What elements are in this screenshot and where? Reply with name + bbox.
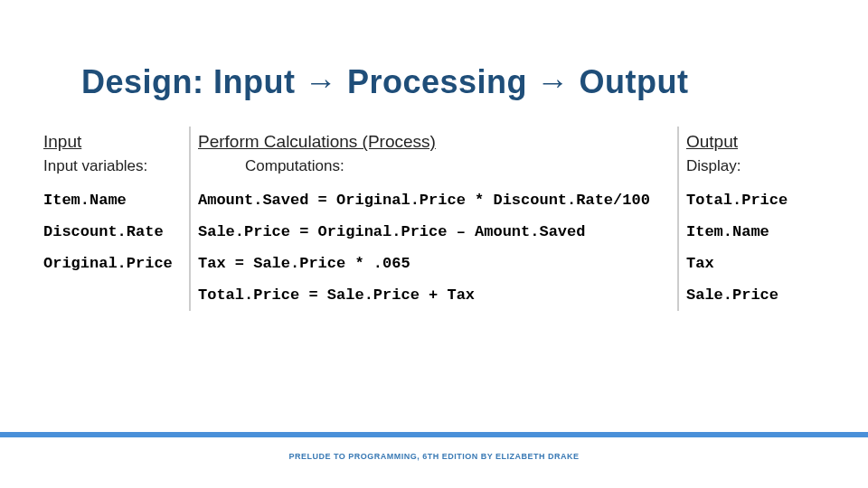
header-output: Output [678, 127, 832, 155]
slide-title: Design: Input → Processing → Output [81, 63, 689, 101]
subheader-input: Input variables: [36, 155, 190, 184]
header-process: Perform Calculations (Process) [190, 127, 678, 155]
cell-process: Tax = Sale.Price * .065 [190, 248, 678, 279]
subheader-output: Display: [678, 155, 832, 184]
cell-input: Item.Name [36, 184, 190, 216]
subheader-process: Computations: [190, 155, 678, 184]
table-row: Item.Name Amount.Saved = Original.Price … [36, 184, 832, 216]
cell-process: Sale.Price = Original.Price – Amount.Sav… [190, 216, 678, 248]
footer-accent-bar [0, 432, 868, 437]
cell-input: Discount.Rate [36, 216, 190, 248]
cell-process: Total.Price = Sale.Price + Tax [190, 279, 678, 311]
cell-output: Item.Name [678, 216, 832, 248]
table-row: Original.Price Tax = Sale.Price * .065 T… [36, 248, 832, 279]
table-row: Total.Price = Sale.Price + Tax Sale.Pric… [36, 279, 832, 311]
cell-output: Sale.Price [678, 279, 832, 311]
table-row: Discount.Rate Sale.Price = Original.Pric… [36, 216, 832, 248]
cell-process: Amount.Saved = Original.Price * Discount… [190, 184, 678, 216]
cell-input: Original.Price [36, 248, 190, 279]
header-input: Input [36, 127, 190, 155]
cell-output: Tax [678, 248, 832, 279]
cell-input [36, 279, 190, 311]
cell-output: Total.Price [678, 184, 832, 216]
footer-text: PRELUDE TO PROGRAMMING, 6TH EDITION BY E… [0, 452, 868, 461]
ipo-table: Input Perform Calculations (Process) Out… [36, 127, 832, 311]
